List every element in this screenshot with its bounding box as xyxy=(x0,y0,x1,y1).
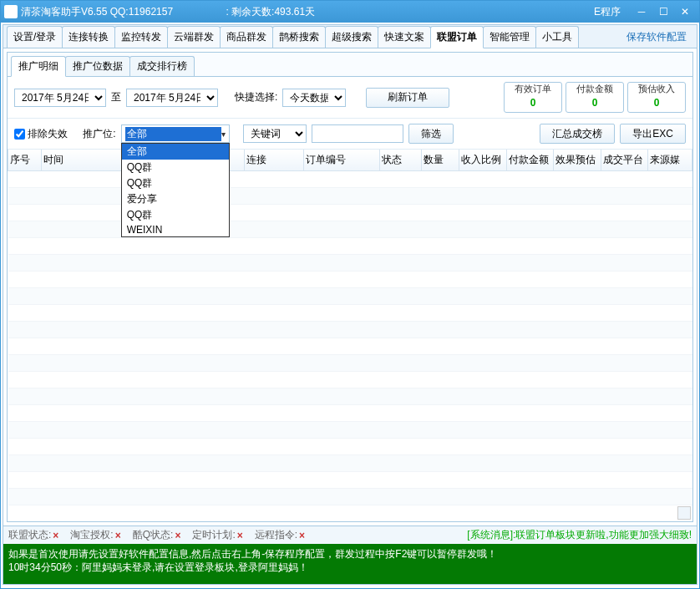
titlebar: 清茶淘客助手V6.55 QQ:11962157 : 剩余天数:493.61天 E… xyxy=(1,1,699,23)
dropdown-option[interactable]: 全部 xyxy=(122,144,229,160)
pos-label: 推广位: xyxy=(83,127,115,141)
scroll-corner xyxy=(677,506,691,520)
toolbar-row-1: 2017年 5月24日 至 2017年 5月24日 快捷选择: 今天数据 刷新订… xyxy=(8,77,692,119)
main-tab[interactable]: 云端群发 xyxy=(167,26,221,48)
filter-button[interactable]: 筛选 xyxy=(408,124,454,144)
status-item: 定时计划:× xyxy=(192,528,242,542)
table-row xyxy=(8,505,692,522)
column-header[interactable]: 收入比例 xyxy=(459,150,506,171)
column-header[interactable]: 订单编号 xyxy=(303,150,379,171)
table-row xyxy=(8,221,692,238)
status-message: [系统消息]:联盟订单板块更新啦,功能更加强大细致! xyxy=(467,528,692,542)
maximize-button[interactable]: ☐ xyxy=(652,3,674,20)
sub-tab[interactable]: 推广位数据 xyxy=(65,56,130,76)
status-bar: 联盟状态:×淘宝授权:×酷Q状态:×定时计划:×远程指令:× [系统消息]:联盟… xyxy=(3,526,697,544)
main-tab[interactable]: 连接转换 xyxy=(62,26,115,48)
dropdown-option[interactable]: QQ群 xyxy=(122,175,229,191)
main-tab[interactable]: 联盟订单 xyxy=(430,26,484,48)
dropdown-option[interactable]: QQ群 xyxy=(122,160,229,175)
minimize-button[interactable]: ─ xyxy=(631,3,652,20)
table-row xyxy=(8,255,692,272)
table-row xyxy=(8,439,692,455)
column-header[interactable]: 序号 xyxy=(8,150,42,171)
main-tab[interactable]: 商品群发 xyxy=(220,26,273,48)
summary-button[interactable]: 汇总成交榜 xyxy=(540,124,615,144)
console-line: 如果是首次使用请先设置好软件配置信息,然后点击右上角-保存程序配置，群发过程中按… xyxy=(8,547,692,561)
main-tab[interactable]: 智能管理 xyxy=(483,26,536,48)
main-tab[interactable]: 小工具 xyxy=(535,26,579,48)
table-row xyxy=(8,205,692,221)
column-header[interactable]: 数量 xyxy=(422,150,459,171)
sub-tabs: 推广明细推广位数据成交排行榜 xyxy=(8,53,692,77)
main-tab[interactable]: 鹊桥搜索 xyxy=(272,26,326,48)
dropdown-option[interactable]: WEIXIN xyxy=(122,223,229,236)
data-table-wrap: 序号时间连接订单编号状态数量收入比例付款金额效果预估成交平台来源媒 xyxy=(8,150,692,521)
date-from[interactable]: 2017年 5月24日 xyxy=(14,89,106,107)
stat-group: 预估收入0 xyxy=(627,82,686,113)
table-row xyxy=(8,288,692,305)
data-table: 序号时间连接订单编号状态数量收入比例付款金额效果预估成交平台来源媒 xyxy=(8,150,692,521)
status-item: 淘宝授权:× xyxy=(70,528,120,542)
stat-group: 付款金额0 xyxy=(566,82,624,113)
table-row xyxy=(8,405,692,422)
save-config-link[interactable]: 保存软件配置 xyxy=(620,27,693,48)
status-item: 远程指令:× xyxy=(255,528,305,542)
table-row xyxy=(8,472,692,489)
table-row xyxy=(8,372,692,388)
quick-select[interactable]: 今天数据 xyxy=(282,89,346,107)
close-button[interactable]: ✕ xyxy=(674,3,696,20)
quick-label: 快捷选择: xyxy=(235,90,277,104)
date-to[interactable]: 2017年 5月24日 xyxy=(126,89,218,107)
console-line: 10时34分50秒：阿里妈妈未登录,请在设置登录板块,登录阿里妈妈！ xyxy=(8,561,692,574)
status-item: 酷Q状态:× xyxy=(133,528,181,542)
main-tabs: 设置/登录连接转换监控转发云端群发商品群发鹊桥搜索超级搜索快速文案联盟订单智能管… xyxy=(3,25,697,48)
to-label: 至 xyxy=(111,90,121,104)
table-row xyxy=(8,355,692,372)
table-row xyxy=(8,188,692,205)
column-header[interactable]: 付款金额 xyxy=(506,150,554,171)
table-row xyxy=(8,238,692,255)
sub-tab[interactable]: 推广明细 xyxy=(11,56,66,77)
titlebar-label: E程序 xyxy=(594,5,621,19)
window-title: 清茶淘客助手V6.55 QQ:11962157 : 剩余天数:493.61天 xyxy=(21,5,594,19)
toolbar-row-2: 排除失效 推广位: 全部 ▾ 全部QQ群QQ群爱分享QQ群WEIXIN 关键词 … xyxy=(8,119,692,150)
table-row xyxy=(8,422,692,439)
exclude-check[interactable]: 排除失效 xyxy=(14,127,68,141)
status-item: 联盟状态:× xyxy=(8,528,58,542)
table-row xyxy=(8,305,692,322)
main-tab[interactable]: 监控转发 xyxy=(114,26,168,48)
column-header[interactable]: 成交平台 xyxy=(601,150,648,171)
table-row xyxy=(8,272,692,288)
sub-tab[interactable]: 成交排行榜 xyxy=(129,56,195,76)
main-tab[interactable]: 超级搜索 xyxy=(325,26,378,48)
console: 如果是首次使用请先设置好软件配置信息,然后点击右上角-保存程序配置，群发过程中按… xyxy=(3,544,697,584)
keyword-input[interactable] xyxy=(312,124,403,143)
column-header[interactable]: 连接 xyxy=(245,150,304,171)
dropdown-option[interactable]: QQ群 xyxy=(122,207,229,223)
pos-combo[interactable]: 全部 ▾ xyxy=(121,124,230,143)
table-row xyxy=(8,455,692,472)
app-icon xyxy=(4,5,18,18)
table-row xyxy=(8,338,692,355)
pos-dropdown: 全部QQ群QQ群爱分享QQ群WEIXIN xyxy=(121,143,230,237)
table-row xyxy=(8,171,692,188)
chevron-down-icon: ▾ xyxy=(221,129,226,139)
table-row xyxy=(8,388,692,405)
dropdown-option[interactable]: 爱分享 xyxy=(122,191,229,207)
keyword-type[interactable]: 关键词 xyxy=(243,124,307,143)
table-row xyxy=(8,489,692,505)
main-tab[interactable]: 快速文案 xyxy=(378,26,431,48)
main-tab[interactable]: 设置/登录 xyxy=(7,26,63,48)
export-button[interactable]: 导出EXC xyxy=(620,124,686,144)
table-row xyxy=(8,322,692,338)
column-header[interactable]: 来源媒 xyxy=(648,150,692,171)
column-header[interactable]: 效果预估 xyxy=(554,150,601,171)
refresh-button[interactable]: 刷新订单 xyxy=(366,88,449,108)
column-header[interactable]: 状态 xyxy=(379,150,422,171)
stat-group: 有效订单0 xyxy=(504,82,562,113)
